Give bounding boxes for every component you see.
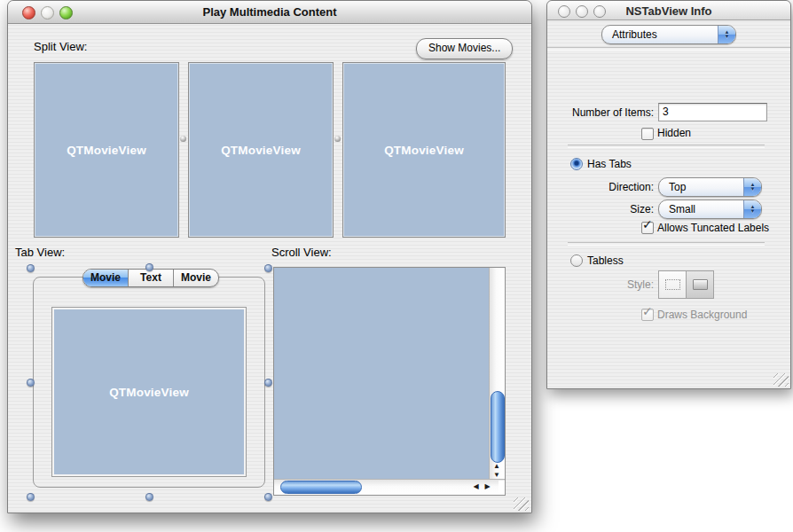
- show-movies-button[interactable]: Show Movies...: [416, 38, 513, 59]
- play-multimedia-window: Play Multimedia Content Split View: Show…: [7, 0, 532, 513]
- splitter-dimple-icon[interactable]: [180, 136, 186, 142]
- popup-stepper-icon: ▲▼: [743, 200, 761, 218]
- window-content: Split View: Show Movies... QTMovieView Q…: [8, 24, 531, 512]
- horizontal-scroll-track[interactable]: [274, 480, 476, 495]
- size-popup[interactable]: Small ▲▼: [658, 200, 762, 219]
- has-tabs-label: Has Tabs: [587, 158, 632, 170]
- inspector-content: Attributes ▲▼ Number of Items: 3 Hidden …: [547, 20, 790, 388]
- popup-stepper-icon: ▲▼: [718, 26, 735, 43]
- divider: [568, 242, 765, 246]
- window-resize-grip[interactable]: [514, 497, 529, 511]
- vertical-scrollbar[interactable]: ▲ ▼: [489, 268, 505, 480]
- direction-label: Direction:: [547, 181, 654, 193]
- tab-view-label: Tab View:: [15, 246, 65, 259]
- splitter-dimple-icon[interactable]: [334, 136, 341, 142]
- selection-handle[interactable]: [27, 264, 35, 272]
- tabless-radio[interactable]: [570, 254, 583, 267]
- tab-movie-2[interactable]: Movie: [173, 270, 218, 286]
- size-label: Size:: [547, 203, 654, 215]
- style-bezel-segment[interactable]: [686, 271, 713, 298]
- horizontal-scroll-thumb[interactable]: [280, 481, 362, 494]
- direction-popup[interactable]: Top ▲▼: [658, 177, 762, 197]
- divider: [568, 145, 765, 148]
- style-segmented-control: [658, 270, 714, 299]
- split-pane-movie-view-1[interactable]: QTMovieView: [34, 62, 179, 238]
- dotted-frame-icon: [665, 279, 680, 290]
- title-bar[interactable]: NSTabView Info: [547, 1, 790, 20]
- split-view-label: Split View:: [34, 40, 87, 53]
- divider: [547, 47, 790, 51]
- number-of-items-label: Number of Items:: [547, 106, 654, 119]
- selection-handle[interactable]: [145, 263, 153, 271]
- inspector-pane-popup[interactable]: Attributes ▲▼: [601, 25, 736, 44]
- selection-handle[interactable]: [27, 379, 35, 387]
- qtmovieview-label: QTMovieView: [384, 144, 464, 157]
- vertical-scroll-thumb[interactable]: [491, 391, 505, 463]
- number-of-items-field[interactable]: 3: [658, 103, 767, 121]
- window-title: Play Multimedia Content: [8, 5, 531, 19]
- has-tabs-radio[interactable]: [570, 158, 583, 170]
- draws-background-label: Draws Background: [657, 309, 747, 321]
- scroll-view-content[interactable]: [274, 268, 490, 480]
- tabless-label: Tabless: [587, 254, 624, 267]
- split-pane-movie-view-3[interactable]: QTMovieView: [342, 62, 506, 238]
- scrollbar-corner: [499, 481, 505, 495]
- selection-handle[interactable]: [27, 493, 35, 501]
- draws-background-checkbox[interactable]: ✓: [641, 309, 654, 321]
- scroll-right-icon[interactable]: ▶: [482, 480, 493, 494]
- tab-movie-1[interactable]: Movie: [83, 270, 128, 286]
- tab-content-movie-view[interactable]: QTMovieView: [51, 307, 247, 477]
- horizontal-scrollbar[interactable]: ◀ ▶: [274, 479, 505, 495]
- nstabview-info-window: NSTabView Info Attributes ▲▼ Number of I…: [546, 0, 791, 389]
- qtmovieview-label: QTMovieView: [221, 144, 301, 157]
- selection-handle[interactable]: [264, 493, 272, 501]
- popup-value: Attributes: [602, 27, 718, 43]
- tab-bar: Movie Text Movie: [82, 269, 219, 287]
- scroll-view: ▲ ▼ ◀ ▶: [273, 267, 506, 496]
- qtmovieview-label: QTMovieView: [67, 144, 146, 157]
- hidden-label: Hidden: [657, 127, 691, 139]
- selection-handle[interactable]: [264, 379, 272, 387]
- scroll-left-icon[interactable]: ◀: [470, 480, 482, 494]
- qtmovieview-label: QTMovieView: [109, 386, 189, 399]
- scroll-up-icon[interactable]: ▲: [490, 462, 504, 471]
- check-icon: ✓: [642, 217, 653, 231]
- selection-handle[interactable]: [145, 493, 153, 501]
- selection-handle[interactable]: [264, 264, 272, 272]
- split-pane-movie-view-2[interactable]: QTMovieView: [188, 62, 334, 238]
- popup-stepper-icon: ▲▼: [743, 178, 761, 196]
- title-bar[interactable]: Play Multimedia Content: [8, 1, 531, 24]
- popup-value: Small: [659, 201, 743, 217]
- hidden-checkbox[interactable]: [641, 128, 654, 140]
- style-label: Style:: [547, 278, 654, 291]
- allows-truncated-checkbox[interactable]: ✓: [641, 222, 654, 234]
- window-resize-grip[interactable]: [773, 373, 789, 387]
- allows-truncated-label: Allows Tuncated Labels: [657, 222, 769, 234]
- scroll-view-label: Scroll View:: [271, 246, 332, 259]
- tab-text[interactable]: Text: [128, 270, 173, 286]
- popup-value: Top: [659, 179, 743, 195]
- style-borderless-segment[interactable]: [659, 271, 686, 298]
- check-icon: ✓: [642, 304, 653, 318]
- bezel-frame-icon: [693, 279, 708, 290]
- window-title: NSTabView Info: [547, 4, 790, 18]
